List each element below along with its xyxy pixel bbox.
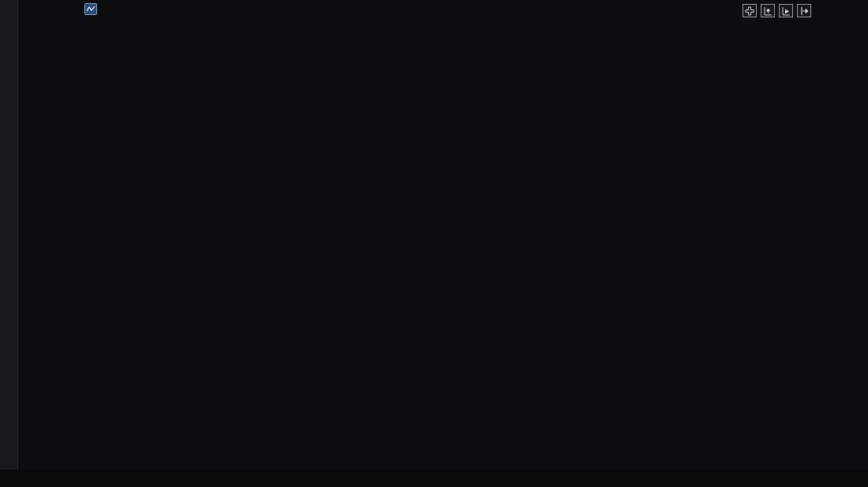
axis-play-icon[interactable] [779, 4, 793, 17]
chart-header [68, 3, 119, 15]
indicator-toolbar [0, 470, 868, 487]
axis-zoom-up-icon[interactable] [761, 4, 775, 17]
chart-controls [743, 4, 811, 17]
crosshair-icon[interactable] [743, 4, 757, 17]
shift-right-icon[interactable] [797, 4, 811, 17]
price-chart [0, 0, 868, 470]
indicator-chart-icon[interactable] [84, 3, 97, 15]
chart-type-sidebar [0, 0, 18, 470]
